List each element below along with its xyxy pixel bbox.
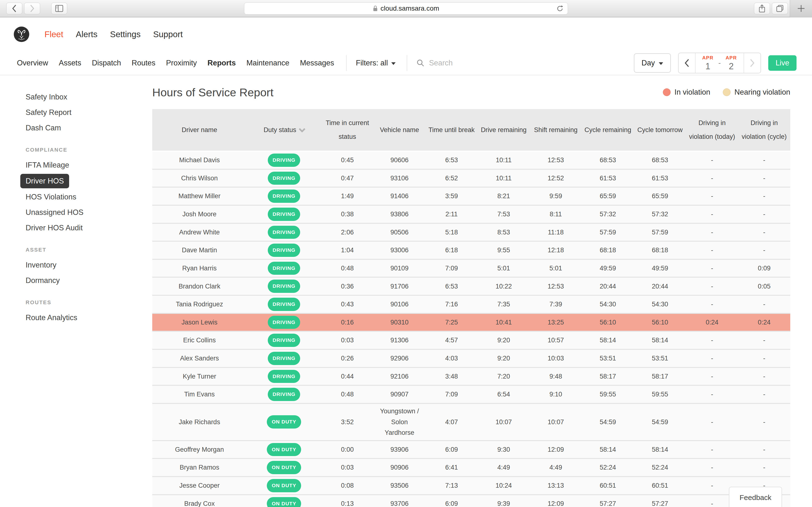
column-header-duty-status[interactable]: Duty status bbox=[247, 109, 321, 151]
filters-dropdown[interactable]: Filters: all bbox=[356, 59, 396, 67]
subnav-item-dispatch[interactable]: Dispatch bbox=[92, 59, 121, 67]
period-dropdown[interactable]: Day bbox=[634, 53, 671, 73]
column-header-time-in-current-status[interactable]: Time in current status bbox=[321, 109, 373, 151]
duty-status-badge: DRIVING bbox=[268, 262, 300, 275]
search-input[interactable]: Search bbox=[416, 59, 453, 67]
table-row-kyle-turner[interactable]: Kyle TurnerDRIVING0:44921063:487:209:485… bbox=[152, 367, 790, 385]
subnav-item-maintenance[interactable]: Maintenance bbox=[247, 59, 290, 67]
cell-driver-name: Bryan Ramos bbox=[152, 460, 247, 475]
cell-until-break: 7:09 bbox=[425, 387, 478, 402]
duty-status-badge: ON DUTY bbox=[267, 497, 301, 507]
browser-back-button[interactable] bbox=[6, 3, 22, 14]
subnav-item-overview[interactable]: Overview bbox=[17, 59, 48, 67]
nav-item-support[interactable]: Support bbox=[153, 30, 183, 39]
page-content: Safety InboxSafety ReportDash CamCOMPLIA… bbox=[0, 75, 812, 507]
table-row-chris-wilson[interactable]: Chris WilsonDRIVING0:47931066:5210:1112:… bbox=[152, 169, 790, 187]
cell-cycle-tomorrow: 68:18 bbox=[634, 243, 686, 258]
table-row-andrew-white[interactable]: Andrew WhiteDRIVING2:06905065:188:5311:1… bbox=[152, 223, 790, 241]
page-title: Hours of Service Report bbox=[152, 86, 273, 99]
reload-button[interactable] bbox=[556, 5, 564, 12]
column-header-label: Time in current status bbox=[324, 116, 371, 144]
table-row-bryan-ramos[interactable]: Bryan RamosON DUTY0:03909066:414:494:495… bbox=[152, 458, 790, 476]
subnav-item-reports[interactable]: Reports bbox=[208, 59, 236, 67]
table-row-jake-richards[interactable]: Jake RichardsON DUTY3:52Youngstown / Sol… bbox=[152, 403, 790, 440]
column-header-cycle-tomorrow[interactable]: Cycle tomorrow bbox=[634, 109, 686, 151]
samsara-logo[interactable] bbox=[13, 26, 30, 42]
column-header-shift-remaining[interactable]: Shift remaining bbox=[530, 109, 582, 151]
column-header-label: Vehicle name bbox=[380, 123, 419, 137]
sidebar-item-unassigned-hos[interactable]: Unassigned HOS bbox=[26, 205, 152, 220]
live-button[interactable]: Live bbox=[768, 55, 797, 71]
next-date-button[interactable] bbox=[744, 53, 761, 73]
cell-drive: 9:39 bbox=[477, 496, 530, 507]
date-dash: - bbox=[718, 59, 721, 67]
cell-shift: 12:52 bbox=[530, 171, 582, 186]
date-range-display[interactable]: APR 1 - APR 2 bbox=[695, 53, 744, 73]
sidebar-item-driver-hos-audit[interactable]: Driver HOS Audit bbox=[26, 220, 152, 236]
nav-item-alerts[interactable]: Alerts bbox=[76, 30, 97, 39]
table-row-tania-rodriguez[interactable]: Tania RodriguezDRIVING0:43901067:167:357… bbox=[152, 295, 790, 313]
column-header-drive-remaining[interactable]: Drive remaining bbox=[477, 109, 530, 151]
sidebar-item-dash-cam[interactable]: Dash Cam bbox=[26, 120, 152, 136]
nav-item-settings[interactable]: Settings bbox=[110, 30, 140, 39]
column-header-driver-name[interactable]: Driver name bbox=[152, 109, 247, 151]
sidebar-item-safety-inbox[interactable]: Safety Inbox bbox=[26, 89, 152, 105]
nav-item-fleet[interactable]: Fleet bbox=[45, 30, 63, 39]
subnav-item-routes[interactable]: Routes bbox=[132, 59, 155, 67]
cell-duty-status: DRIVING bbox=[247, 314, 321, 331]
subnav-items: OverviewAssetsDispatchRoutesProximityRep… bbox=[17, 59, 345, 67]
column-header-driving-in-violation-cycle[interactable]: Driving in violation (cycle) bbox=[738, 109, 790, 151]
tabs-icon bbox=[776, 5, 783, 12]
cell-driver-name: Brandon Clark bbox=[152, 279, 247, 294]
table-row-jason-lewis[interactable]: Jason LewisDRIVING0:16903107:2510:4113:2… bbox=[152, 313, 790, 331]
cell-cycle: 58:17 bbox=[582, 369, 634, 384]
column-header-cycle-remaining[interactable]: Cycle remaining bbox=[582, 109, 634, 151]
cell-vehicle: 92906 bbox=[373, 351, 425, 366]
subnav-item-assets[interactable]: Assets bbox=[59, 59, 81, 67]
feedback-button[interactable]: Feedback bbox=[729, 487, 782, 507]
browser-sidebar-toggle-button[interactable] bbox=[51, 3, 67, 14]
cell-viol-today: - bbox=[686, 297, 738, 312]
column-header-driving-in-violation-today[interactable]: Driving in violation (today) bbox=[686, 109, 738, 151]
share-button[interactable] bbox=[754, 3, 770, 14]
sidebar-item-route-analytics[interactable]: Route Analytics bbox=[26, 310, 152, 326]
table-row-alex-sanders[interactable]: Alex SandersDRIVING0:26929064:039:2010:0… bbox=[152, 349, 790, 367]
table-row-matthew-miller[interactable]: Matthew MillerDRIVING1:49914063:598:219:… bbox=[152, 187, 790, 205]
subnav-item-proximity[interactable]: Proximity bbox=[166, 59, 197, 67]
table-row-geoffrey-morgan[interactable]: Geoffrey MorganON DUTY0:00939066:099:301… bbox=[152, 440, 790, 458]
duty-status-badge: DRIVING bbox=[268, 280, 300, 293]
sidebar-item-inventory[interactable]: Inventory bbox=[26, 258, 152, 273]
sidebar-item-wrap: Unassigned HOS bbox=[26, 205, 152, 220]
table-row-ryan-harris[interactable]: Ryan HarrisDRIVING0:48901097:095:015:014… bbox=[152, 259, 790, 277]
table-row-brandon-clark[interactable]: Brandon ClarkDRIVING0:36917066:5310:2212… bbox=[152, 277, 790, 295]
browser-forward-button[interactable] bbox=[24, 3, 40, 14]
sidebar-item-dormancy[interactable]: Dormancy bbox=[26, 273, 152, 288]
sidebar-item-hos-violations[interactable]: HOS Violations bbox=[26, 189, 152, 205]
tab-overview-button[interactable] bbox=[772, 3, 788, 14]
cell-vehicle: 90606 bbox=[373, 153, 425, 168]
sidebar-item-driver-hos[interactable]: Driver HOS bbox=[20, 174, 69, 188]
column-header-time-until-break[interactable]: Time until break bbox=[425, 109, 478, 151]
table-row-josh-moore[interactable]: Josh MooreDRIVING0:38938062:117:538:1157… bbox=[152, 205, 790, 223]
lock-icon bbox=[373, 5, 378, 12]
address-bar[interactable]: cloud.samsara.com bbox=[244, 2, 568, 14]
previous-date-button[interactable] bbox=[678, 53, 695, 73]
subnav-item-messages[interactable]: Messages bbox=[300, 59, 334, 67]
table-row-dave-martin[interactable]: Dave MartinDRIVING1:04930066:189:5512:18… bbox=[152, 241, 790, 259]
table-row-jesse-cooper[interactable]: Jesse CooperON DUTY0:08935067:1310:2413:… bbox=[152, 476, 790, 494]
cell-cycle: 52:24 bbox=[582, 460, 634, 475]
cell-time-in-status: 0:13 bbox=[321, 496, 373, 507]
table-row-tim-evans[interactable]: Tim EvansDRIVING0:48909077:096:549:1059:… bbox=[152, 385, 790, 403]
cell-cycle: 65:59 bbox=[582, 189, 634, 204]
cell-driver-name: Geoffrey Morgan bbox=[152, 442, 247, 457]
table-row-eric-collins[interactable]: Eric CollinsDRIVING0:03913064:579:2010:5… bbox=[152, 331, 790, 349]
new-tab-button[interactable] bbox=[790, 0, 812, 17]
sidebar-item-safety-report[interactable]: Safety Report bbox=[26, 105, 152, 120]
date-range-picker: APR 1 - APR 2 bbox=[678, 53, 761, 73]
column-header-vehicle-name[interactable]: Vehicle name bbox=[373, 109, 425, 151]
cell-until-break: 5:18 bbox=[425, 225, 478, 240]
table-row-michael-davis[interactable]: Michael DavisDRIVING0:45906066:5310:1112… bbox=[152, 152, 790, 169]
cell-duty-status: ON DUTY bbox=[247, 413, 321, 431]
sidebar-item-ifta-mileage[interactable]: IFTA Mileage bbox=[26, 157, 152, 173]
table-row-brady-cox[interactable]: Brady CoxON DUTY0:13937066:099:3912:0957… bbox=[152, 494, 790, 507]
